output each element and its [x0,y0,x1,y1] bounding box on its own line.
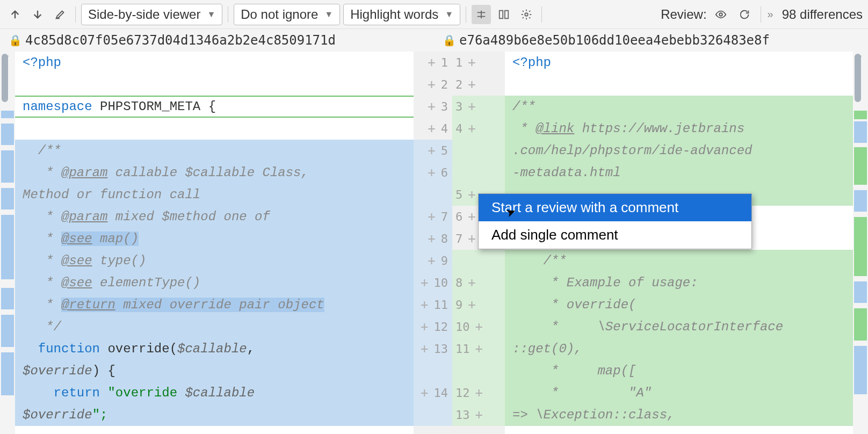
ignore-mode-dropdown[interactable]: Do not ignore ▼ [234,4,340,25]
add-comment-icon[interactable]: + [475,404,483,426]
code-line: * @link https://www.jetbrains [508,118,744,140]
code-line: namespace PHPSTORM_META { [18,96,216,118]
add-comment-icon[interactable]: + [428,118,435,140]
add-comment-icon[interactable]: + [421,382,428,404]
lock-icon: 🔒 [9,34,22,47]
code-line: * "A" [508,382,652,404]
next-diff-icon[interactable] [28,5,47,24]
add-comment-icon[interactable]: + [468,52,475,74]
code-line: * @see elementType() [18,272,200,294]
highlight-mode-dropdown[interactable]: Highlight words ▼ [343,4,460,25]
left-minimap[interactable]: ✓ [0,52,15,434]
line-number: 5 [441,140,448,162]
add-comment-icon[interactable]: + [421,294,428,316]
line-number: 4 [455,118,462,140]
line-number: 7 [441,206,448,228]
line-number: 8 [455,272,462,294]
code-line: * @param mixed $method one of [18,206,270,228]
code-line: => \Exception::class, [508,404,675,426]
code-line: */ [18,316,61,338]
viewer-mode-dropdown[interactable]: Side-by-side viewer ▼ [81,4,222,25]
context-menu: Start a review with a comment Add single… [478,193,752,249]
chevron-down-icon: ▼ [207,10,215,19]
add-comment-icon[interactable]: + [428,206,435,228]
gear-icon[interactable] [517,5,536,24]
menu-item-add-comment[interactable]: Add single comment [479,221,751,249]
highlight-mode-label: Highlight words [350,7,438,22]
add-comment-icon[interactable]: + [468,96,475,118]
add-comment-icon[interactable]: + [468,228,475,250]
add-comment-icon[interactable]: + [421,316,428,338]
add-comment-icon[interactable]: + [428,74,435,96]
line-number: 6 [441,162,448,184]
line-number: 10 [455,316,470,338]
collapse-unchanged-icon[interactable] [472,5,491,24]
add-comment-icon[interactable]: + [421,338,428,360]
eye-icon[interactable] [711,5,730,24]
viewer-mode-label: Side-by-side viewer [88,7,200,22]
add-comment-icon[interactable]: + [428,140,435,162]
line-number: 3 [441,96,448,118]
minimap-stripe [854,281,867,303]
line-number: 3 [455,96,462,118]
line-number: 1 [455,52,462,74]
separator [75,6,76,23]
code-line: $override) { [18,360,115,382]
scrollbar-thumb[interactable] [2,54,8,102]
add-comment-icon[interactable]: + [468,294,475,316]
code-line: Method or function call [18,184,200,206]
menu-item-start-review[interactable]: Start a review with a comment [479,194,751,221]
add-comment-icon[interactable]: + [475,338,483,360]
add-comment-icon[interactable]: + [428,228,435,250]
code-line: * @return mixed override pair object [18,294,324,316]
add-comment-icon[interactable]: + [475,316,483,338]
scrollbar-thumb[interactable] [855,54,861,102]
add-comment-icon[interactable]: + [428,250,435,272]
minimap-stripe [1,111,14,118]
minimap-stripe [854,190,867,212]
code-line: <?php [508,52,551,74]
code-line: * @see map() [18,228,139,250]
refresh-icon[interactable] [735,5,754,24]
right-hash-value: e76a489b6e8e50b106dd10eea4ebebb326483e8f [459,33,770,48]
right-minimap[interactable]: ✓ [853,52,868,434]
minimap-stripe [854,121,867,143]
edit-icon[interactable] [50,5,70,24]
minimap-stripe [854,346,867,394]
add-comment-icon[interactable]: + [428,96,435,118]
code-line: $override"; [18,404,107,426]
sync-scroll-icon[interactable] [494,5,513,24]
add-comment-icon[interactable]: + [468,74,475,96]
add-comment-icon[interactable]: + [468,118,475,140]
toolbar: Side-by-side viewer ▼ Do not ignore ▼ Hi… [0,0,868,29]
code-line: * @see type() [18,250,146,272]
more-icon[interactable]: » [768,8,773,20]
add-comment-icon[interactable]: + [475,382,483,404]
line-number: 7 [455,228,462,250]
minimap-stripe [1,188,14,209]
add-comment-icon[interactable]: + [468,184,475,206]
left-code-pane[interactable]: <?php namespace PHPSTORM_META { /** * @p… [15,52,414,434]
line-number: 12 [434,316,449,338]
add-comment-icon[interactable]: + [421,272,428,294]
line-number: 1 [441,52,448,74]
line-number: 13 [455,404,470,426]
code-line: * \ServiceLocatorInterface [508,316,783,338]
svg-point-2 [525,13,528,16]
line-number: 2 [455,74,462,96]
code-line: * map([ [508,360,636,382]
add-comment-icon[interactable]: + [428,52,435,74]
line-number: 11 [434,294,449,316]
code-line: -metadata.html [508,162,621,184]
minimap-stripe [1,150,14,183]
prev-diff-icon[interactable] [5,5,25,24]
code-line: * @param callable $callable Class, [18,162,309,184]
add-comment-icon[interactable]: + [468,272,475,294]
code-line: /** [18,140,61,162]
left-hash: 🔒 4c85d8c07f05e6737d04d1346a2b2e4c850917… [0,33,434,48]
add-comment-icon[interactable]: + [468,206,475,228]
add-comment-icon[interactable]: + [428,162,435,184]
line-number: 13 [434,338,449,360]
code-line: * override( [508,294,636,316]
left-gutter: +1 +2 +3 +4 +5 +6 +7 +8 +9 +10 +11 +12 +… [414,52,452,434]
